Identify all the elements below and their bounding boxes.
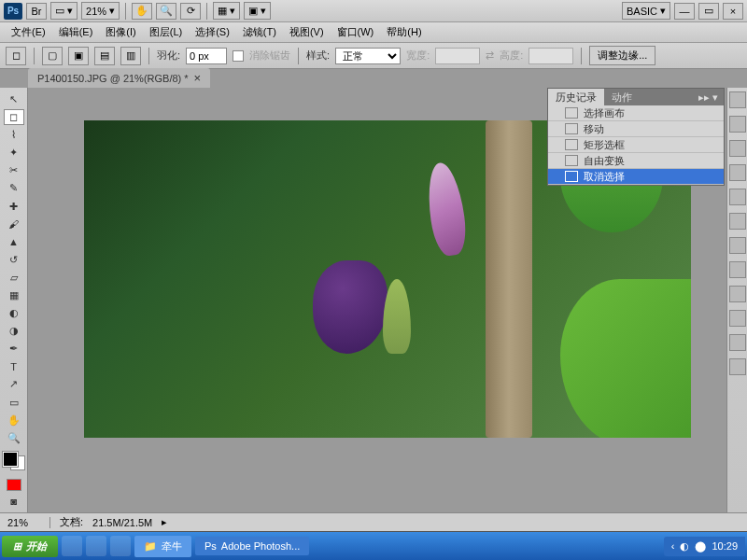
move-tool-icon[interactable]: ↖ [4,91,24,106]
shape-tool-icon[interactable]: ▭ [4,395,24,410]
add-selection-icon[interactable]: ▣ [68,47,89,65]
history-item[interactable]: 自由变换 [548,153,724,169]
feather-input[interactable] [186,48,227,64]
panel-icon[interactable] [729,213,746,230]
image-content [423,161,470,258]
title-bar: Ps Br ▭ ▾ 21% ▾ ✋ 🔍 ⟳ ▦ ▾ ▣ ▾ BASIC ▾ — … [0,0,747,22]
menu-layer[interactable]: 图层(L) [144,23,188,41]
status-doc-label: 文档: [60,515,83,529]
history-step-icon [565,139,578,150]
foreground-swatch[interactable] [3,452,18,467]
menu-window[interactable]: 窗口(W) [331,23,380,41]
bridge-button[interactable]: Br [26,3,47,20]
close-button[interactable]: × [723,3,743,20]
lasso-tool-icon[interactable]: ⌇ [4,128,24,143]
history-brush-tool-icon[interactable]: ↺ [4,252,24,267]
quicklaunch-icon[interactable] [86,536,106,556]
panel-icon[interactable] [729,358,746,375]
document-tab-title: P1400150.JPG @ 21%(RGB/8) * [37,73,189,84]
menu-image[interactable]: 图像(I) [100,23,141,41]
restore-button[interactable]: ▭ [698,3,719,20]
start-button[interactable]: ⊞开始 [2,536,58,557]
extra-swatch[interactable] [7,479,21,491]
menu-select[interactable]: 选择(S) [190,23,235,41]
menu-filter[interactable]: 滤镜(T) [237,23,282,41]
new-selection-icon[interactable]: ▢ [42,47,63,65]
intersect-selection-icon[interactable]: ▥ [120,47,141,65]
zoom-tool-icon[interactable]: 🔍 [4,430,24,445]
eraser-tool-icon[interactable]: ▱ [4,270,24,285]
type-tool-icon[interactable]: T [4,359,24,374]
quickmask-icon[interactable]: ◙ [4,494,24,509]
panel-menu-icon[interactable]: ▸▸ ▾ [693,91,724,104]
panel-icon[interactable] [729,164,746,181]
quicklaunch-icon[interactable] [62,536,82,556]
arrange-dropdown[interactable]: ▦ ▾ [213,2,240,20]
tab-actions[interactable]: 动作 [604,89,640,106]
hand-tool-icon[interactable]: ✋ [4,413,24,427]
panel-icon[interactable] [729,286,746,302]
gradient-tool-icon[interactable]: ▦ [4,287,24,302]
panel-icon[interactable] [729,91,746,108]
panel-icon[interactable] [729,310,746,327]
history-item[interactable]: 移动 [548,121,724,137]
menu-bar: 文件(E) 编辑(E) 图像(I) 图层(L) 选择(S) 滤镜(T) 视图(V… [0,22,747,43]
style-select[interactable]: 正常 [335,48,401,64]
screen-mode-dropdown[interactable]: ▣ ▾ [244,2,271,20]
color-swatches[interactable] [3,452,25,469]
history-item-selected[interactable]: 取消选择 [548,169,724,185]
zoom-dropdown[interactable]: 21% ▾ [81,2,120,20]
stamp-tool-icon[interactable]: ▲ [4,234,24,249]
heal-tool-icon[interactable]: ✚ [4,199,24,214]
zoom-tool-icon[interactable]: 🔍 [156,3,176,20]
history-panel: 历史记录 动作 ▸▸ ▾ 选择画布 移动 矩形选框 自由变换 取消选择 [547,88,725,186]
layout-dropdown[interactable]: ▭ ▾ [50,2,78,20]
menu-edit[interactable]: 编辑(E) [53,23,99,41]
dodge-tool-icon[interactable]: ◑ [4,324,24,339]
panel-icon[interactable] [729,140,746,157]
eyedropper-tool-icon[interactable]: ✎ [4,181,24,196]
document-tab[interactable]: P1400150.JPG @ 21%(RGB/8) * × [28,68,210,88]
brush-tool-icon[interactable]: 🖌 [4,217,24,231]
panel-icon[interactable] [729,261,746,278]
panel-icon[interactable] [729,189,746,205]
workspace-dropdown[interactable]: BASIC ▾ [622,2,670,20]
menu-file[interactable]: 文件(E) [6,23,51,41]
crop-tool-icon[interactable]: ✂ [4,163,24,178]
tray-icon[interactable]: ‹ [671,540,675,552]
link-icon: ⇄ [486,49,494,62]
hand-tool-icon[interactable]: ✋ [132,3,152,20]
panel-icon[interactable] [729,334,746,351]
menu-view[interactable]: 视图(V) [284,23,330,41]
tray-icon[interactable]: ⬤ [695,540,706,553]
image-content [383,279,411,354]
blur-tool-icon[interactable]: ◐ [4,306,24,321]
history-item[interactable]: 选择画布 [548,105,724,121]
system-tray[interactable]: ‹ ◐ ⬤ 10:29 [664,537,745,556]
quicklaunch-icon[interactable] [110,536,131,556]
tool-preset-icon[interactable]: ◻ [6,47,26,65]
minimize-button[interactable]: — [674,3,695,20]
pen-tool-icon[interactable]: ✒ [4,342,24,357]
taskbar-item[interactable]: 📁牵牛 [134,536,191,557]
rotate-tool-icon[interactable]: ⟳ [180,3,201,20]
marquee-tool-icon[interactable]: ◻ [4,109,24,124]
wand-tool-icon[interactable]: ✦ [4,146,24,161]
tab-history[interactable]: 历史记录 [548,89,604,106]
close-tab-icon[interactable]: × [194,71,202,85]
status-arrow-icon[interactable]: ▸ [162,516,167,528]
history-step-icon [565,107,578,119]
panel-icon[interactable] [729,116,746,133]
status-zoom[interactable]: 21% [4,517,50,528]
history-item[interactable]: 矩形选框 [548,137,724,153]
clock: 10:29 [712,540,738,552]
antialias-checkbox [233,50,244,62]
subtract-selection-icon[interactable]: ▤ [94,47,115,65]
refine-edge-button[interactable]: 调整边缘... [589,46,655,65]
panel-icon[interactable] [729,237,746,254]
tray-icon[interactable]: ◐ [680,540,689,553]
path-tool-icon[interactable]: ↗ [4,377,24,392]
taskbar-item-active[interactable]: PsAdobe Photosh... [195,537,309,555]
image-content [313,260,388,354]
menu-help[interactable]: 帮助(H) [381,23,427,41]
